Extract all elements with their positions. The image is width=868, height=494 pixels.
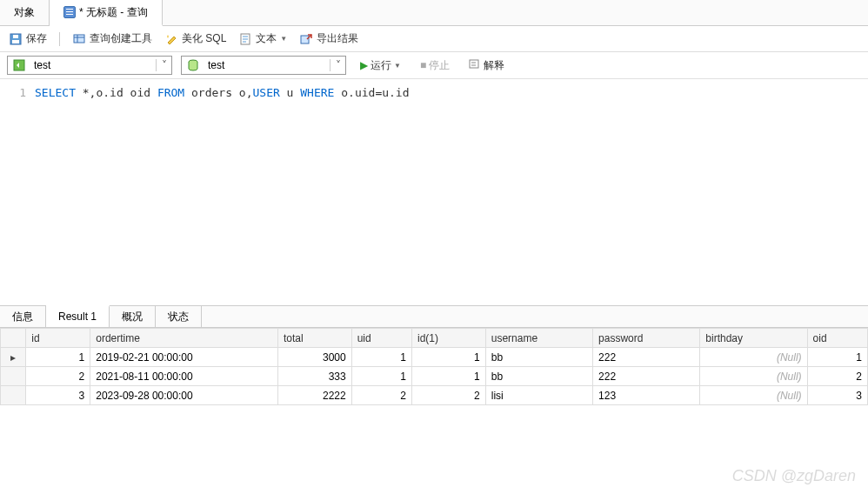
- col-username[interactable]: username: [485, 329, 592, 348]
- cell-uid[interactable]: 2: [351, 386, 411, 405]
- table-row[interactable]: 22021-08-11 00:00:0033311bb222(Null)2: [1, 367, 868, 386]
- cell-id1[interactable]: 2: [412, 386, 486, 405]
- result-tabs: 信息 Result 1 概况 状态: [0, 305, 868, 328]
- tab-info[interactable]: 信息: [0, 306, 46, 327]
- result-table: idordertimetotaluidid(1)usernamepassword…: [0, 328, 868, 405]
- run-dropdown-icon: ▼: [394, 62, 401, 70]
- cell-oid[interactable]: 2: [807, 367, 867, 386]
- cell-id1[interactable]: 1: [412, 348, 486, 367]
- database-combo[interactable]: test ˅: [181, 56, 346, 75]
- stop-label: 停止: [429, 58, 450, 73]
- col-ordertime[interactable]: ordertime: [90, 329, 278, 348]
- tab-query-label: * 无标题 - 查询: [79, 5, 148, 20]
- cell-total[interactable]: 2222: [277, 386, 351, 405]
- explain-icon: [469, 58, 481, 73]
- connection-combo[interactable]: test ˅: [7, 56, 172, 75]
- cell-oid[interactable]: 1: [807, 348, 867, 367]
- query-builder-icon: [72, 32, 86, 46]
- save-label: 保存: [26, 31, 47, 46]
- cell-id[interactable]: 2: [26, 367, 90, 386]
- database-icon: [185, 57, 201, 73]
- cell-total[interactable]: 3000: [277, 348, 351, 367]
- cell-id[interactable]: 1: [26, 348, 90, 367]
- col-uid[interactable]: uid: [351, 329, 411, 348]
- divider: [59, 32, 60, 46]
- cell-uid[interactable]: 1: [351, 348, 411, 367]
- run-label: 运行: [371, 58, 391, 73]
- col-password[interactable]: password: [593, 329, 700, 348]
- cell-uid[interactable]: 1: [351, 367, 411, 386]
- cell-password[interactable]: 222: [593, 348, 700, 367]
- connection-label: test: [30, 59, 156, 71]
- tab-status[interactable]: 状态: [156, 306, 202, 327]
- col-oid[interactable]: oid: [807, 329, 867, 348]
- chevron-down-icon: ˅: [330, 59, 345, 71]
- export-button[interactable]: 导出结果: [299, 31, 358, 46]
- save-icon: [9, 32, 23, 46]
- top-tabs: 对象 * 无标题 - 查询: [0, 0, 868, 26]
- col-id(1)[interactable]: id(1): [412, 329, 486, 348]
- export-icon: [299, 32, 313, 46]
- result-grid[interactable]: idordertimetotaluidid(1)usernamepassword…: [0, 328, 868, 405]
- cell-ordertime[interactable]: 2023-09-28 00:00:00: [90, 386, 278, 405]
- tab-query[interactable]: * 无标题 - 查询: [50, 0, 163, 26]
- svg-rect-3: [74, 35, 84, 43]
- cell-total[interactable]: 333: [277, 367, 351, 386]
- text-dropdown-icon: ▼: [280, 35, 287, 43]
- cell-birthday[interactable]: (Null): [700, 367, 807, 386]
- play-icon: ▶: [360, 59, 368, 71]
- export-label: 导出结果: [317, 31, 358, 46]
- sql-code: SELECT *,o.id oid FROM orders o,USER u W…: [35, 86, 410, 298]
- tab-brief[interactable]: 概况: [110, 306, 156, 327]
- col-id[interactable]: id: [26, 329, 90, 348]
- line-number: 1: [3, 86, 35, 298]
- table-icon: [63, 6, 76, 18]
- cell-id[interactable]: 3: [26, 386, 90, 405]
- database-label: test: [204, 59, 330, 71]
- tab-result1[interactable]: Result 1: [46, 305, 110, 327]
- svg-rect-10: [301, 36, 309, 43]
- col-total[interactable]: total: [277, 329, 351, 348]
- text-icon: [238, 32, 252, 46]
- save-button[interactable]: 保存: [9, 31, 47, 46]
- cell-username[interactable]: lisi: [485, 386, 592, 405]
- svg-rect-2: [13, 35, 18, 38]
- table-row[interactable]: ▸12019-02-21 00:00:00300011bb222(Null)1: [1, 348, 868, 367]
- watermark: CSDN @zgDaren: [732, 467, 856, 485]
- cell-oid[interactable]: 3: [807, 386, 867, 405]
- stop-icon: ■: [420, 59, 426, 71]
- tab-object[interactable]: 对象: [0, 0, 50, 25]
- cell-ordertime[interactable]: 2019-02-21 00:00:00: [90, 348, 278, 367]
- explain-label: 解释: [484, 58, 504, 73]
- text-button[interactable]: 文本 ▼: [238, 31, 287, 46]
- row-indicator: ▸: [1, 348, 26, 367]
- row-indicator: [1, 386, 26, 405]
- cell-id1[interactable]: 1: [412, 367, 486, 386]
- toolbar: 保存 查询创建工具 美化 SQL 文本 ▼ 导出结果: [0, 26, 868, 52]
- text-label: 文本: [256, 31, 277, 46]
- col-birthday[interactable]: birthday: [700, 329, 807, 348]
- stop-button: ■ 停止: [415, 57, 455, 75]
- beautify-icon: [164, 32, 178, 46]
- sql-editor[interactable]: 1 SELECT *,o.id oid FROM orders o,USER u…: [0, 79, 868, 305]
- table-row[interactable]: 32023-09-28 00:00:00222222lisi123(Null)3: [1, 386, 868, 405]
- cell-password[interactable]: 222: [593, 367, 700, 386]
- cell-password[interactable]: 123: [593, 386, 700, 405]
- beautify-button[interactable]: 美化 SQL: [164, 31, 226, 46]
- cell-birthday[interactable]: (Null): [700, 386, 807, 405]
- row-indicator: [1, 367, 26, 386]
- query-builder-label: 查询创建工具: [90, 31, 152, 46]
- cell-birthday[interactable]: (Null): [700, 348, 807, 367]
- run-button[interactable]: ▶ 运行 ▼: [355, 57, 406, 75]
- chevron-down-icon: ˅: [156, 59, 171, 71]
- connection-bar: test ˅ test ˅ ▶ 运行 ▼ ■ 停止 解释: [0, 52, 868, 79]
- explain-button[interactable]: 解释: [464, 57, 510, 75]
- svg-rect-1: [12, 40, 19, 43]
- cell-ordertime[interactable]: 2021-08-11 00:00:00: [90, 367, 278, 386]
- cell-username[interactable]: bb: [485, 367, 592, 386]
- beautify-label: 美化 SQL: [182, 31, 226, 46]
- row-indicator-header: [1, 329, 26, 348]
- cell-username[interactable]: bb: [485, 348, 592, 367]
- query-builder-button[interactable]: 查询创建工具: [72, 31, 152, 46]
- connection-icon: [11, 57, 27, 73]
